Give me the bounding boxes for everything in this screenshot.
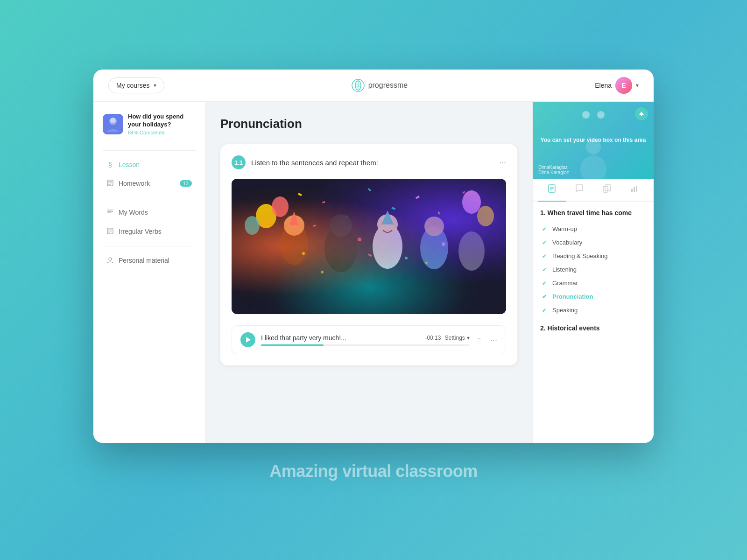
sidebar-item-lesson[interactable]: § Lesson xyxy=(103,156,196,173)
tab-chart[interactable] xyxy=(620,179,648,201)
svg-rect-61 xyxy=(603,186,608,192)
main-content: How did you spend your holidays? 84% Com… xyxy=(93,102,654,443)
my-courses-button[interactable]: My courses ▾ xyxy=(108,77,164,93)
audio-time: -00:13 xyxy=(425,335,441,341)
homework-icon xyxy=(106,180,114,188)
list-item-reading[interactable]: ✔ Reading & Speaking xyxy=(540,249,646,263)
video-user2: Dima Karagioz xyxy=(538,170,569,175)
my-courses-label: My courses xyxy=(116,82,150,89)
tab-cards[interactable] xyxy=(593,179,621,201)
exercise-menu-icon[interactable]: ··· xyxy=(499,158,506,168)
audio-track[interactable] xyxy=(261,344,470,346)
sidebar-item-mywords[interactable]: My Words xyxy=(103,204,196,221)
list-item-speaking[interactable]: ✔ Speaking xyxy=(540,303,646,317)
video-circle-1 xyxy=(582,111,590,119)
logo-area: progressme xyxy=(352,79,408,92)
mywords-icon xyxy=(106,209,114,217)
lesson-list: 1. When travel time has come ✔ Warm-up ✔… xyxy=(533,202,654,443)
list-item-pronunciation-label: Pronunciation xyxy=(552,293,593,300)
party-image xyxy=(232,179,506,314)
course-header: How did you spend your holidays? 84% Com… xyxy=(103,113,196,135)
party-overlay xyxy=(232,179,506,314)
sidebar-item-irregularverbs[interactable]: Irregular Verbs xyxy=(103,223,196,240)
user-area[interactable]: Elena E ▾ xyxy=(595,77,639,94)
lesson-section-2-title: 2. Historical events xyxy=(540,324,646,332)
list-item-grammar[interactable]: ✔ Grammar xyxy=(540,276,646,290)
video-user1: DimaKaragioz xyxy=(538,165,569,170)
audio-controls-top: I liked that party very much!... -00:13 … xyxy=(261,334,470,342)
audio-track-fill xyxy=(261,344,324,346)
play-button[interactable] xyxy=(240,332,255,347)
svg-rect-56 xyxy=(641,115,642,116)
sidebar-personalmaterial-label: Personal material xyxy=(119,257,169,264)
audio-lines-icon: ≡ xyxy=(477,336,481,343)
svg-rect-65 xyxy=(636,186,637,192)
list-item-speaking-label: Speaking xyxy=(552,307,578,314)
course-title: How did you spend your holidays? xyxy=(128,113,196,129)
logo-text: progressme xyxy=(368,81,408,90)
video-box-text: You can set your video box on this area xyxy=(541,136,646,144)
sidebar-mywords-label: My Words xyxy=(119,209,148,216)
sidebar: How did you spend your holidays? 84% Com… xyxy=(93,102,205,443)
exercise-header: 1.1 Listen to the sentences and repeat t… xyxy=(232,155,506,169)
check-warmup-icon: ✔ xyxy=(542,226,549,232)
list-item-reading-label: Reading & Speaking xyxy=(552,252,608,259)
course-info: How did you spend your holidays? 84% Com… xyxy=(128,113,196,135)
personalmaterial-icon xyxy=(106,257,114,265)
chevron-down-icon: ▾ xyxy=(154,82,156,89)
tab-chat[interactable] xyxy=(566,179,593,201)
list-item-vocabulary-label: Vocabulary xyxy=(552,239,582,246)
sidebar-irregularverbs-label: Irregular Verbs xyxy=(119,228,162,235)
lesson-icon: § xyxy=(106,161,114,168)
tab-doc[interactable] xyxy=(538,179,566,201)
user-chevron-icon: ▾ xyxy=(636,82,639,89)
homework-badge: 13 xyxy=(180,180,192,187)
logo-icon xyxy=(352,79,365,92)
sidebar-homework-label: Homework xyxy=(119,180,150,187)
list-item-listening[interactable]: ✔ Listening xyxy=(540,263,646,276)
tagline: Amazing virtual classroom xyxy=(260,443,487,490)
video-circles xyxy=(582,111,605,119)
user-avatar: E xyxy=(615,77,632,94)
svg-rect-63 xyxy=(631,189,633,192)
sidebar-divider xyxy=(103,150,196,151)
list-item-warmup[interactable]: ✔ Warm-up xyxy=(540,222,646,236)
audio-player: I liked that party very much!... -00:13 … xyxy=(232,325,506,354)
audio-progress-area: I liked that party very much!... -00:13 … xyxy=(261,334,470,346)
lesson-title: Pronunciation xyxy=(220,117,517,131)
svg-point-5 xyxy=(110,118,116,123)
course-avatar xyxy=(103,114,123,134)
svg-point-17 xyxy=(109,258,112,260)
lesson-section-1-title: 1. When travel time has come xyxy=(540,209,646,217)
svg-rect-64 xyxy=(634,187,635,192)
lesson-content: Pronunciation 1.1 Listen to the sentence… xyxy=(205,102,532,443)
right-tabs xyxy=(533,179,654,202)
check-grammar-icon: ✔ xyxy=(542,280,549,287)
list-item-pronunciation[interactable]: ✔ Pronunciation xyxy=(540,290,646,303)
check-vocabulary-icon: ✔ xyxy=(542,239,549,246)
exercise-block: 1.1 Listen to the sentences and repeat t… xyxy=(220,144,517,365)
check-reading-icon: ✔ xyxy=(542,253,549,259)
sidebar-item-personalmaterial[interactable]: Personal material xyxy=(103,252,196,269)
course-progress: 84% Completed xyxy=(128,130,196,135)
sidebar-lesson-label: Lesson xyxy=(119,161,140,168)
top-nav: My courses ▾ progressme Elena E ▾ xyxy=(93,70,654,102)
sidebar-divider-2 xyxy=(103,198,196,198)
video-up-button[interactable] xyxy=(635,107,648,120)
sidebar-divider-3 xyxy=(103,246,196,246)
audio-menu-icon[interactable]: ··· xyxy=(490,335,497,345)
audio-settings-label: Settings xyxy=(444,335,465,341)
irregularverbs-icon xyxy=(106,228,114,236)
list-item-grammar-label: Grammar xyxy=(552,280,578,287)
lesson-section-2: 2. Historical events xyxy=(540,324,646,332)
right-panel: You can set your video box on this area … xyxy=(532,102,654,443)
check-listening-icon: ✔ xyxy=(542,266,549,273)
settings-chevron-icon: ▾ xyxy=(467,335,470,341)
list-item-warmup-label: Warm-up xyxy=(552,225,577,232)
list-item-vocabulary[interactable]: ✔ Vocabulary xyxy=(540,236,646,249)
sidebar-item-homework[interactable]: Homework 13 xyxy=(103,175,196,192)
audio-settings-button[interactable]: Settings ▾ xyxy=(444,335,469,341)
check-pronunciation-icon: ✔ xyxy=(542,294,549,300)
video-box: You can set your video box on this area … xyxy=(533,102,654,179)
exercise-number: 1.1 xyxy=(232,155,246,169)
